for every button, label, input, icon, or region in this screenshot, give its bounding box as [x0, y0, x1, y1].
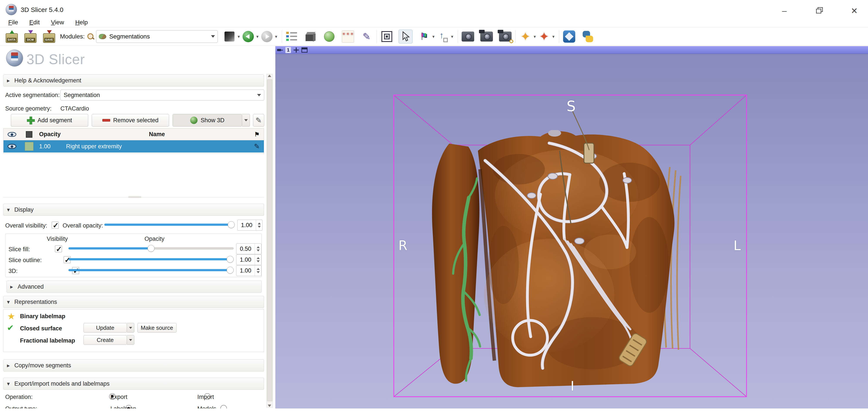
representations-section-header[interactable]: ▾ Representations [3, 296, 264, 308]
add-dicom-icon: DCM [24, 33, 36, 43]
collapsed-triangle-icon: ▸ [7, 77, 14, 84]
extensions-manager-button[interactable] [562, 30, 576, 44]
segment-visibility-icon[interactable] [8, 144, 16, 149]
slice-outline-slider[interactable] [68, 256, 234, 263]
forward-button[interactable] [260, 30, 274, 44]
panel-scrollbar[interactable] [267, 74, 273, 408]
scene-restore-button[interactable] [498, 30, 512, 44]
slicer-logo-icon [6, 50, 23, 66]
segment-table: Opacity Name ⚑ 1.00 Right upper extremit… [3, 128, 264, 153]
overall-opacity-slider[interactable] [104, 221, 235, 228]
make-source-button[interactable]: Make source [137, 323, 177, 333]
chevron-down-icon [257, 94, 261, 96]
scene-capture-button[interactable] [479, 30, 494, 44]
add-data-button[interactable]: DATA [5, 30, 19, 44]
extensions-manager-icon [563, 30, 575, 43]
slice-fill-slider[interactable] [68, 245, 234, 252]
minus-icon [102, 119, 110, 121]
module-selector[interactable]: Segmentations [96, 30, 218, 43]
scroll-thumb[interactable] [267, 79, 272, 401]
bottom-margin [0, 409, 868, 420]
segment-name: Right upper extremity [64, 143, 250, 150]
threed-viewport[interactable]: S R L I 1 [275, 46, 868, 409]
menu-edit[interactable]: Edit [28, 18, 41, 27]
advanced-section-header[interactable]: ▸ Advanced [6, 281, 262, 293]
module-search-icon[interactable] [87, 33, 94, 40]
place-point-button[interactable]: ↑ [436, 30, 450, 44]
menu-view[interactable]: View [50, 18, 65, 27]
update-button[interactable]: Update [84, 323, 127, 333]
annotation-button[interactable]: ✎ [360, 30, 374, 44]
copy-move-section-header[interactable]: ▸ Copy/move segments [3, 359, 264, 371]
module-history-button[interactable] [222, 30, 237, 44]
place-markup-button[interactable]: ⚑ [417, 30, 431, 44]
show-3d-dropdown[interactable] [242, 114, 250, 127]
update-dropdown[interactable] [127, 323, 134, 333]
overall-opacity-spinbox[interactable]: 1.00 [237, 220, 262, 230]
slice-fill-spinbox[interactable]: 0.50 [236, 243, 261, 254]
python-console-button[interactable] [581, 30, 595, 44]
crosshair-toggle-button[interactable]: ✦ [519, 30, 532, 44]
opacity-header: Opacity [145, 235, 164, 242]
opacity-column-header[interactable]: Opacity [38, 131, 64, 138]
segment-color-swatch[interactable] [25, 142, 33, 151]
app-logo-icon [6, 4, 17, 15]
pointer-tool-button[interactable] [399, 30, 412, 44]
add-dicom-button[interactable]: DCM [24, 30, 37, 44]
screenshot-icon [462, 31, 474, 41]
name-column-header[interactable]: Name [64, 131, 250, 138]
slicer-window: 3D Slicer 5.4.0 – ✕ File Edit View Help … [0, 0, 868, 420]
scroll-up-icon[interactable] [268, 75, 271, 77]
add-segment-button[interactable]: Add segment [11, 114, 88, 127]
segment-status-icon[interactable]: ✎ [250, 142, 264, 150]
modules-label: Modules: [60, 33, 85, 40]
slice-intersection-button[interactable]: ✦ [537, 30, 551, 44]
show-3d-button[interactable]: Show 3D [173, 114, 242, 127]
splitter-handle[interactable] [128, 196, 141, 198]
slice-outline-spinbox[interactable]: 1.00 [236, 254, 261, 265]
module-list-button[interactable] [285, 30, 299, 44]
active-segmentation-selector[interactable]: Segmentation [60, 90, 264, 101]
overall-opacity-label: Overall opacity: [63, 222, 103, 229]
restore-button[interactable] [814, 6, 824, 15]
color-column-icon [26, 131, 32, 138]
threed-slider[interactable] [68, 267, 234, 274]
fiducial-grid-button[interactable]: ✳✳✳ [341, 30, 355, 44]
create-button[interactable]: Create [84, 335, 127, 345]
scroll-down-icon[interactable] [268, 404, 271, 407]
help-acknowledgement-section[interactable]: ▸ Help & Acknowledgement [3, 75, 264, 87]
maximize-view-icon[interactable] [302, 48, 308, 53]
operation-import-label[interactable]: Import [197, 394, 214, 400]
annotation-pencil-icon: ✎ [363, 31, 371, 42]
screenshot-button[interactable] [461, 30, 475, 44]
module-list-icon [286, 31, 298, 42]
overall-visibility-checkbox[interactable] [52, 222, 59, 229]
layout-button[interactable] [304, 30, 317, 44]
menu-help[interactable]: Help [74, 18, 89, 27]
remove-selected-button[interactable]: Remove selected [92, 114, 169, 127]
menu-file[interactable]: File [7, 18, 19, 27]
title-bar: 3D Slicer 5.4.0 – ✕ [0, 0, 868, 18]
pin-icon[interactable] [277, 48, 283, 52]
threed-view-button[interactable] [322, 30, 336, 44]
segment-table-header: Opacity Name ⚑ [3, 129, 264, 140]
export-import-section-header[interactable]: ▾ Export/import models and labelmaps [3, 377, 264, 390]
slice-fill-checkbox[interactable] [55, 245, 62, 252]
view-label-badge[interactable]: 1 [285, 47, 291, 53]
display-section-header[interactable]: ▾ Display [3, 203, 264, 216]
visibility-column-icon [8, 132, 16, 137]
center-view-icon[interactable] [293, 47, 299, 53]
operation-export-label[interactable]: Export [111, 394, 127, 400]
save-button[interactable]: SAVE [42, 30, 56, 44]
scene-capture-icon [480, 31, 493, 41]
minimize-button[interactable]: – [779, 6, 789, 15]
create-dropdown[interactable] [127, 335, 134, 345]
overall-visibility-label: Overall visibility: [5, 222, 48, 229]
crosshair-square-button[interactable] [380, 30, 394, 44]
segment-row-selected[interactable]: 1.00 Right upper extremity ✎ [3, 140, 264, 152]
module-panel: 3D Slicer ▸ Help & Acknowledgement Activ… [2, 46, 274, 409]
segmentation-edit-button[interactable]: ✎ [253, 114, 264, 127]
back-button[interactable] [241, 30, 255, 44]
threed-spinbox[interactable]: 1.00 [236, 265, 261, 276]
close-button[interactable]: ✕ [849, 6, 859, 15]
